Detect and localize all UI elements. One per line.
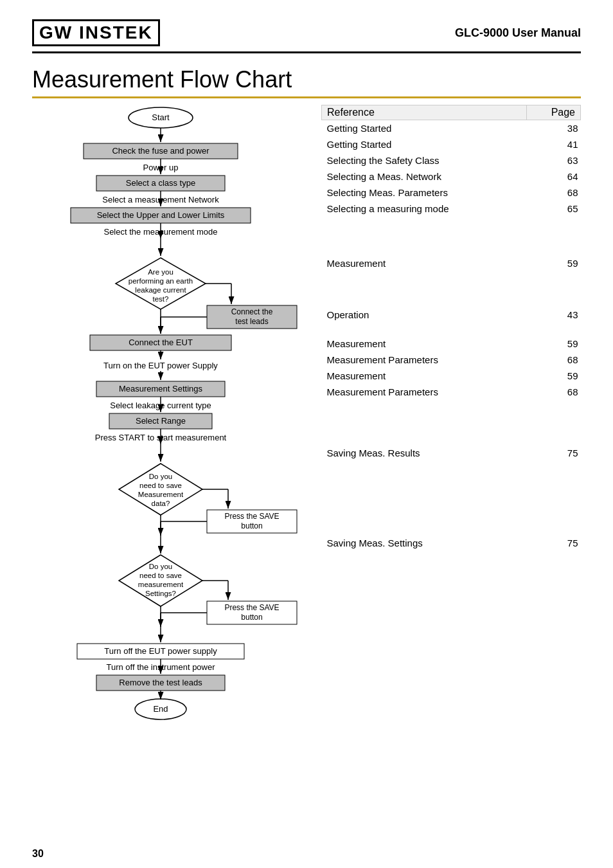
svg-text:Select Range: Select Range — [136, 416, 186, 426]
svg-text:test?: test? — [153, 295, 169, 303]
svg-text:Connect the: Connect the — [231, 307, 273, 316]
main-content: Start Check the fuse and power Power up … — [32, 105, 581, 847]
ref-cell: Selecting a measuring mode — [322, 201, 527, 217]
ref-cell: Measurement Parameters — [322, 384, 527, 400]
ref-cell: Selecting the Safety Class — [322, 152, 527, 168]
page-number: 30 — [32, 848, 44, 860]
page-cell: 41 — [526, 136, 580, 152]
svg-text:End: End — [153, 704, 168, 714]
table-row: Selecting the Safety Class 63 — [322, 152, 581, 168]
ref-cell: Saving Meas. Results — [322, 445, 527, 461]
svg-text:Measurement: Measurement — [138, 491, 184, 498]
svg-text:data?: data? — [152, 500, 170, 507]
table-row: Saving Meas. Results 75 — [322, 445, 581, 461]
svg-text:Press the SAVE: Press the SAVE — [224, 603, 279, 612]
page-cell: 75 — [526, 445, 580, 461]
svg-text:Measurement Settings: Measurement Settings — [119, 384, 203, 393]
svg-text:Do you: Do you — [149, 473, 172, 480]
page-title: Measurement Flow Chart — [32, 66, 581, 98]
page-cell: 63 — [526, 152, 580, 168]
logo: GW INSTEK — [32, 19, 160, 46]
ref-cell: Operation — [322, 307, 527, 323]
svg-text:leakage current: leakage current — [135, 286, 186, 294]
svg-text:Start: Start — [152, 113, 170, 122]
table-row: Getting Started 38 — [322, 120, 581, 137]
svg-text:Turn off the EUT power supply: Turn off the EUT power supply — [104, 646, 217, 656]
page-cell: 59 — [526, 336, 580, 352]
page-cell: 64 — [526, 168, 580, 185]
svg-text:button: button — [241, 521, 262, 530]
ref-col-header: Reference — [322, 105, 527, 120]
page-cell: 75 — [526, 535, 580, 551]
page-cell: 68 — [526, 384, 580, 400]
table-row: Saving Meas. Settings 75 — [322, 535, 581, 551]
page-cell: 65 — [526, 201, 580, 217]
svg-text:performing an earth: performing an earth — [129, 277, 193, 285]
table-row: Measurement 59 — [322, 336, 581, 352]
ref-cell: Measurement Parameters — [322, 352, 527, 368]
table-row: Measurement Parameters 68 — [322, 352, 581, 368]
svg-text:test leads: test leads — [235, 317, 268, 326]
table-row: Measurement 59 — [322, 368, 581, 384]
table-row: Measurement Parameters 68 — [322, 384, 581, 400]
svg-marker-44 — [119, 464, 202, 515]
manual-title: GLC-9000 User Manual — [455, 26, 581, 40]
flowchart-svg: Start Check the fuse and power Power up … — [32, 105, 302, 844]
ref-cell: Measurement — [322, 255, 527, 271]
svg-text:Select a class type: Select a class type — [126, 178, 195, 188]
header: GW INSTEK GLC-9000 User Manual — [32, 19, 581, 53]
svg-text:Press the SAVE: Press the SAVE — [224, 512, 279, 521]
page-col-header: Page — [526, 105, 580, 120]
page-cell: 38 — [526, 120, 580, 137]
svg-text:need to save: need to save — [139, 572, 182, 579]
page-cell: 43 — [526, 307, 580, 323]
svg-text:Connect the EUT: Connect the EUT — [129, 338, 193, 347]
ref-cell: Getting Started — [322, 120, 527, 137]
table-row: Getting Started 41 — [322, 136, 581, 152]
table-row: Selecting a Meas. Network 64 — [322, 168, 581, 185]
svg-text:button: button — [241, 613, 262, 622]
svg-text:Do you: Do you — [149, 563, 172, 570]
table-row: Operation 43 — [322, 307, 581, 323]
ref-cell: Saving Meas. Settings — [322, 535, 527, 551]
svg-text:measurement: measurement — [138, 581, 184, 588]
reference-table: Reference Page Getting Started 38 Gettin… — [321, 105, 581, 551]
page-cell: 68 — [526, 185, 580, 201]
svg-text:Select the Upper and Lower Lim: Select the Upper and Lower Limits — [97, 210, 225, 220]
table-row: Selecting Meas. Parameters 68 — [322, 185, 581, 201]
svg-text:Settings?: Settings? — [145, 590, 176, 597]
ref-cell: Selecting a Meas. Network — [322, 168, 527, 185]
page-cell: 68 — [526, 352, 580, 368]
page-cell: 59 — [526, 368, 580, 384]
page: GW INSTEK GLC-9000 User Manual Measureme… — [0, 0, 613, 868]
page-cell: 59 — [526, 255, 580, 271]
ref-cell: Getting Started — [322, 136, 527, 152]
svg-text:need to save: need to save — [139, 482, 182, 489]
ref-cell: Measurement — [322, 336, 527, 352]
svg-text:Remove the test leads: Remove the test leads — [119, 678, 202, 687]
table-row: Selecting a measuring mode 65 — [322, 201, 581, 217]
flowchart-area: Start Check the fuse and power Power up … — [32, 105, 308, 847]
table-row: Measurement 59 — [322, 255, 581, 271]
svg-text:Turn on the EUT power Supply: Turn on the EUT power Supply — [103, 361, 218, 370]
ref-cell: Measurement — [322, 368, 527, 384]
svg-text:Are you: Are you — [148, 268, 173, 276]
ref-cell: Selecting Meas. Parameters — [322, 185, 527, 201]
svg-text:Check the fuse and power: Check the fuse and power — [112, 146, 209, 156]
reference-area: Reference Page Getting Started 38 Gettin… — [308, 105, 581, 847]
